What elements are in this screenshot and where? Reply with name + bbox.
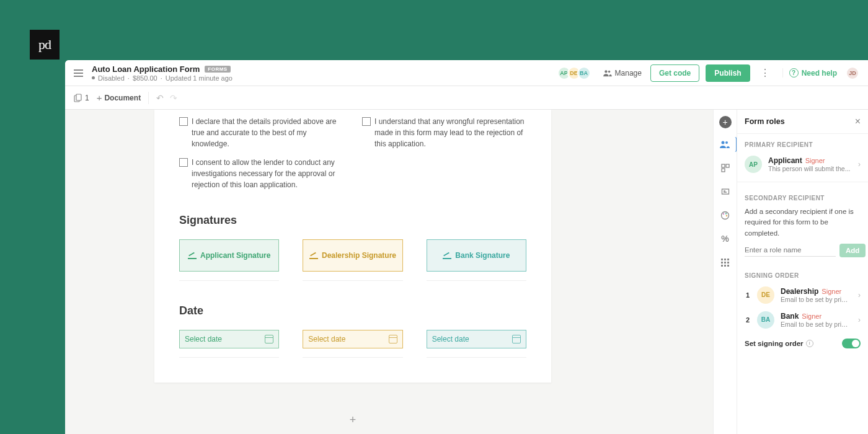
svg-rect-17 (721, 262, 723, 264)
svg-point-5 (725, 141, 728, 144)
calendar-icon (389, 335, 397, 343)
avatar: DE (757, 286, 774, 304)
signature-bank[interactable]: Bank Signature (427, 239, 526, 272)
forms-badge: FORMS (205, 66, 230, 73)
signature-icon (443, 252, 451, 259)
signing-order-toggle[interactable] (842, 339, 861, 348)
add-content-icon[interactable]: + (719, 116, 732, 128)
pages-icon (74, 94, 82, 102)
svg-rect-15 (724, 259, 726, 260)
right-rail: + % (713, 110, 737, 434)
status-text: Disabled (98, 74, 125, 82)
svg-rect-22 (727, 265, 729, 267)
svg-point-1 (608, 70, 609, 72)
brand-logo: pd (30, 30, 60, 60)
avatar: BA (757, 311, 774, 329)
secondary-recipient-help: Add a secondary recipient if one is requ… (737, 205, 868, 244)
workspace: I declare that the details provided abov… (65, 110, 868, 434)
svg-rect-19 (727, 262, 729, 264)
redo-icon[interactable]: ↷ (170, 93, 177, 103)
calendar-icon (265, 335, 273, 343)
add-block-button[interactable]: + (154, 414, 551, 427)
signing-order-row-2[interactable]: 2 BA BankSigner Email to be set by prim.… (737, 308, 868, 332)
add-document-button[interactable]: + Document (97, 92, 141, 103)
collaborator-avatars: AP DE BA (561, 66, 591, 80)
add-role-button[interactable]: Add (839, 244, 866, 257)
blocks-icon[interactable] (718, 161, 733, 175)
fields-icon[interactable] (718, 184, 733, 199)
variables-icon[interactable]: % (718, 231, 733, 246)
more-menu-icon[interactable]: ⋮ (756, 66, 774, 81)
panel-title: Form roles (745, 117, 785, 126)
svg-point-12 (725, 213, 727, 214)
signing-order-label: SIGNING ORDER (737, 265, 868, 283)
top-actions: Get code Publish ⋮ ? Need help JD (650, 64, 859, 82)
price-text: $850.00 (133, 74, 157, 82)
document-page: I declare that the details provided abov… (154, 110, 551, 383)
checkbox[interactable] (362, 117, 371, 126)
chevron-right-icon: › (858, 291, 861, 299)
pages-button[interactable]: 1 (74, 94, 89, 102)
menu-icon[interactable] (74, 69, 83, 77)
signature-dealership[interactable]: Dealership Signature (303, 239, 402, 272)
updated-text: Updated 1 minute ago (166, 74, 232, 82)
svg-rect-20 (721, 265, 723, 267)
declaration-2: I understand that any wrongful represent… (362, 116, 526, 149)
user-avatar[interactable]: JD (846, 66, 859, 80)
svg-rect-9 (722, 189, 728, 194)
date-heading: Date (179, 304, 526, 317)
svg-point-0 (604, 70, 607, 73)
signatures-heading: Signatures (179, 214, 526, 227)
svg-point-11 (723, 213, 724, 214)
document-title[interactable]: Auto Loan Application Form (92, 64, 200, 74)
roles-icon[interactable] (714, 137, 737, 152)
design-icon[interactable] (718, 208, 733, 223)
date-dealership[interactable]: Select date (303, 330, 402, 348)
title-area: Auto Loan Application Form FORMS Disable… (92, 64, 552, 82)
apps-icon[interactable] (718, 255, 733, 270)
svg-rect-3 (76, 94, 81, 100)
svg-rect-6 (722, 164, 725, 167)
primary-recipient-row[interactable]: AP ApplicantSigner This person will subm… (737, 152, 868, 177)
chevron-right-icon: › (858, 160, 861, 169)
chevron-right-icon: › (858, 316, 861, 324)
svg-rect-21 (724, 265, 726, 267)
svg-rect-7 (726, 164, 729, 167)
close-icon[interactable]: × (855, 116, 861, 127)
date-bank[interactable]: Select date (427, 330, 526, 348)
publish-button[interactable]: Publish (706, 64, 750, 82)
people-icon (603, 69, 612, 77)
svg-point-13 (726, 215, 727, 216)
svg-rect-8 (722, 169, 725, 172)
signature-icon (188, 252, 197, 259)
top-bar: Auto Loan Application Form FORMS Disable… (65, 60, 868, 86)
need-help-link[interactable]: ? Need help (782, 68, 837, 78)
avatar: AP (745, 156, 762, 173)
checkbox[interactable] (179, 117, 188, 126)
set-signing-order-label: Set signing orderi (745, 340, 813, 347)
app-window: Auto Loan Application Form FORMS Disable… (65, 60, 868, 434)
manage-button[interactable]: Manage (603, 69, 642, 78)
undo-icon[interactable]: ↶ (156, 93, 164, 103)
declaration-3: I consent to allow the lender to conduct… (179, 157, 346, 190)
get-code-button[interactable]: Get code (650, 64, 699, 82)
svg-rect-14 (721, 259, 723, 260)
signature-applicant[interactable]: Applicant Signature (179, 239, 279, 272)
role-name-input[interactable] (745, 244, 836, 257)
signing-order-row-1[interactable]: 1 DE DealershipSigner Email to be set by… (737, 283, 868, 308)
calendar-icon (512, 335, 521, 343)
svg-point-10 (722, 211, 729, 219)
declaration-1: I declare that the details provided abov… (179, 116, 343, 149)
date-applicant[interactable]: Select date (179, 330, 279, 348)
primary-recipient-label: PRIMARY RECIPIENT (737, 134, 868, 152)
svg-rect-18 (724, 262, 726, 264)
document-meta: Disabled · $850.00 · Updated 1 minute ag… (92, 74, 552, 82)
avatar-bank[interactable]: BA (577, 66, 591, 80)
canvas-area[interactable]: I declare that the details provided abov… (65, 110, 713, 434)
secondary-toolbar: 1 + Document ↶ ↷ (65, 86, 868, 110)
svg-rect-16 (727, 259, 729, 260)
checkbox[interactable] (179, 158, 188, 167)
info-icon[interactable]: i (806, 340, 813, 347)
secondary-recipient-label: SECONDARY RECIPIENT (737, 187, 868, 205)
signature-icon (309, 252, 318, 259)
